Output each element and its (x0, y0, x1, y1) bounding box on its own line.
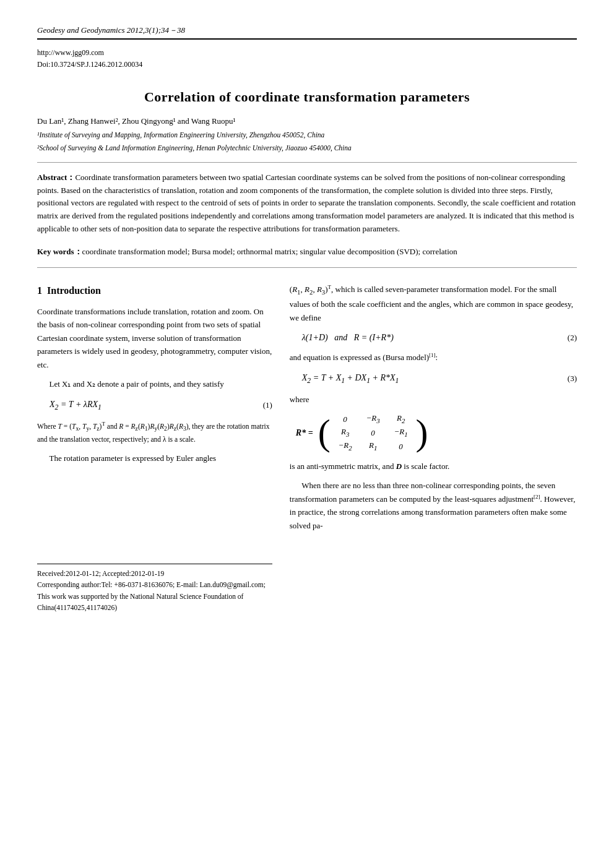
keywords-section: Key words：coordinate transformation mode… (37, 246, 577, 259)
abstract-text: Coordinate transformation parameters bet… (37, 173, 576, 233)
two-column-layout: 1 Introduction Coordinate transformation… (37, 283, 577, 614)
eq2-content: λ(1+D) and R = (I+R*) (302, 330, 394, 345)
equation-3: X2 = T + X1 + DX1 + R*X1 (3) (302, 371, 577, 387)
matrix-label: R* = (296, 426, 313, 440)
right-para1: (R1, R2, R3)T, which is called seven-par… (290, 283, 577, 325)
eq2-and-text: and equation is expressed as (Bursa mode… (290, 351, 577, 364)
page: Geodesy and Geodynamics 2012,3(1);34－38 … (0, 0, 614, 868)
journal-url: http://www.jgg09.com (37, 47, 577, 59)
eq1-number: (1) (263, 398, 272, 411)
footnote-received: Received:2012-01-12; Accepted:2012-01-19 (37, 568, 272, 579)
affiliation-2: ²School of Surveying & Land Information … (37, 143, 577, 153)
keywords-label: Key words： (37, 247, 82, 256)
equation-1: X2 = T + λRX1 (1) (50, 397, 272, 413)
matrix-right-bracket: ) (416, 417, 428, 449)
journal-header-bar: Geodesy and Geodynamics 2012,3(1);34－38 (37, 25, 577, 40)
matrix-equation: R* = ( 0 −R3 R2 R3 0 −R1 −R2 R1 0 ) (296, 413, 577, 453)
article-title: Correlation of coordinate transformation… (37, 89, 577, 105)
eq1-description2: The rotation parameter is expressed by E… (37, 452, 272, 465)
keywords-text: coordinate transformation model; Bursa m… (82, 247, 457, 256)
authors-line: Du Lan¹, Zhang Hanwei², Zhou Qingyong¹ a… (37, 116, 577, 126)
eq1-content: X2 = T + λRX1 (50, 397, 102, 413)
footnotes-section: Received:2012-01-12; Accepted:2012-01-19… (37, 564, 272, 614)
eq1-description: Where T = (Tx, Ty, Tz)T and R = Rz(R1)Ry… (37, 419, 272, 445)
doi-text: Doi:10.3724/SP.J.1246.2012.00034 (37, 59, 577, 71)
abstract-label: Abstract： (37, 173, 75, 182)
eq2-number: (2) (568, 331, 577, 344)
abstract-section: Abstract：Coordinate transformation param… (37, 171, 577, 236)
matrix-content: 0 −R3 R2 R3 0 −R1 −R2 R1 0 (333, 413, 413, 453)
divider-2 (37, 267, 577, 268)
matrix-left-bracket: ( (318, 417, 331, 449)
right-column: (R1, R2, R3)T, which is called seven-par… (290, 283, 577, 614)
footnote-corresponding: Corresponding author:Tel: +86-0371-81636… (37, 579, 272, 590)
section-1-para2: Let X₁ and X₂ denote a pair of points, a… (37, 377, 272, 390)
section-1-para1: Coordinate transformations include trans… (37, 305, 272, 371)
eq3-content: X2 = T + X1 + DX1 + R*X1 (302, 371, 399, 387)
journal-header-text: Geodesy and Geodynamics 2012,3(1);34－38 (37, 25, 185, 35)
section-1-heading: 1 Introduction (37, 283, 272, 299)
after-matrix-text: is an anti-symmetric matrix, and D is sc… (290, 460, 577, 473)
footnote-support: This work was supported by the National … (37, 591, 272, 614)
divider-1 (37, 162, 577, 163)
right-para-last: When there are no less than three non-co… (290, 479, 577, 532)
eq3-number: (3) (568, 372, 577, 385)
where-text: where (290, 393, 577, 406)
doi-section: http://www.jgg09.com Doi:10.3724/SP.J.12… (37, 47, 577, 71)
left-column: 1 Introduction Coordinate transformation… (37, 283, 272, 614)
affiliation-1: ¹Institute of Surveying and Mapping, Inf… (37, 130, 577, 140)
equation-2: λ(1+D) and R = (I+R*) (2) (302, 330, 577, 345)
